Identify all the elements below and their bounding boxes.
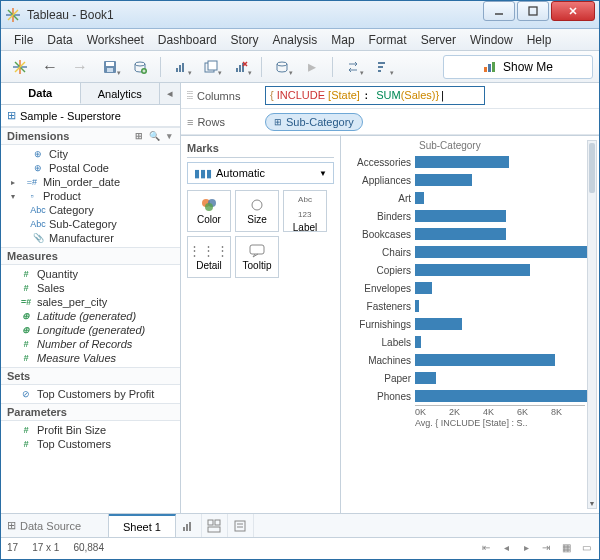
svg-point-22 xyxy=(277,62,287,66)
sheet-tab-label: Sheet 1 xyxy=(123,521,161,533)
menu-window[interactable]: Window xyxy=(463,31,520,49)
bar[interactable] xyxy=(415,282,432,294)
new-worksheet-button[interactable] xyxy=(168,55,194,79)
measure-item[interactable]: ⊕Latitude (generated) xyxy=(1,309,180,323)
dimension-item[interactable]: ⊕Postal Code xyxy=(1,161,180,175)
svg-rect-23 xyxy=(378,62,385,64)
datasource-tab[interactable]: ⊞Data Source xyxy=(1,514,109,537)
bar[interactable] xyxy=(415,336,421,348)
marks-detail-button[interactable]: ⋮⋮⋮Detail xyxy=(187,236,231,278)
rows-pill-subcategory[interactable]: ⊞Sub-Category xyxy=(265,113,363,131)
dimension-item[interactable]: ⊕City xyxy=(1,147,180,161)
dimensions-tools[interactable]: ⊞ 🔍 ▾ xyxy=(135,131,174,141)
number-icon: # xyxy=(19,339,33,349)
clear-sheet-button[interactable] xyxy=(228,55,254,79)
mark-cell-label: Size xyxy=(247,214,266,225)
dimension-item[interactable]: AbcSub-Category xyxy=(1,217,180,231)
bar[interactable] xyxy=(415,192,424,204)
measure-item[interactable]: #Sales xyxy=(1,281,180,295)
columns-formula-field[interactable]: { INCLUDE [State] : SUM(Sales)}| xyxy=(265,86,485,105)
nav-next-icon[interactable]: ▸ xyxy=(519,542,533,553)
save-button[interactable] xyxy=(97,55,123,79)
detail-icon: ⋮⋮⋮ xyxy=(188,243,230,258)
status-agg: 60,884 xyxy=(73,542,104,553)
bar[interactable] xyxy=(415,210,506,222)
back-button[interactable]: ← xyxy=(37,55,63,79)
tab-data[interactable]: Data xyxy=(1,83,81,104)
datapane-menu-icon[interactable]: ◂ xyxy=(160,83,180,104)
tab-analytics[interactable]: Analytics xyxy=(81,83,161,104)
bar[interactable] xyxy=(415,246,587,258)
forward-button[interactable]: → xyxy=(67,55,93,79)
set-item[interactable]: ⊘Top Customers by Profit xyxy=(1,387,180,401)
bar[interactable] xyxy=(415,156,509,168)
vertical-scrollbar[interactable]: ▲ ▼ xyxy=(587,140,597,509)
new-dashboard-tab-button[interactable] xyxy=(202,514,228,537)
nav-prev-icon[interactable]: ◂ xyxy=(499,542,513,553)
scroll-down-icon[interactable]: ▼ xyxy=(588,498,596,508)
menu-analysis[interactable]: Analysis xyxy=(266,31,325,49)
measure-item[interactable]: #Quantity xyxy=(1,267,180,281)
show-me-button[interactable]: Show Me xyxy=(443,55,593,79)
menu-help[interactable]: Help xyxy=(520,31,559,49)
view-presentation-icon[interactable]: ▭ xyxy=(579,542,593,553)
marks-size-button[interactable]: Size xyxy=(235,190,279,232)
measure-item[interactable]: #Measure Values xyxy=(1,351,180,365)
menu-map[interactable]: Map xyxy=(324,31,361,49)
close-button[interactable] xyxy=(551,1,595,21)
bar-row: Copiers xyxy=(345,261,585,279)
rows-shelf[interactable]: ≡Rows ⊞Sub-Category xyxy=(181,109,599,135)
bar[interactable] xyxy=(415,390,587,402)
menu-data[interactable]: Data xyxy=(40,31,79,49)
bar[interactable] xyxy=(415,318,462,330)
marks-label-button[interactable]: Abc123Label xyxy=(283,190,327,232)
menu-server[interactable]: Server xyxy=(414,31,463,49)
datasource-item[interactable]: ⊞ Sample - Superstore xyxy=(1,105,180,127)
bar[interactable] xyxy=(415,372,436,384)
columns-shelf[interactable]: ⦙⦙⦙Columns { INCLUDE [State] : SUM(Sales… xyxy=(181,83,599,109)
nav-first-icon[interactable]: ⇤ xyxy=(479,542,493,553)
menu-format[interactable]: Format xyxy=(362,31,414,49)
menu-dashboard[interactable]: Dashboard xyxy=(151,31,224,49)
tableau-logo-icon[interactable] xyxy=(7,55,33,79)
new-story-tab-button[interactable] xyxy=(228,514,254,537)
bar[interactable] xyxy=(415,354,555,366)
bar[interactable] xyxy=(415,228,506,240)
swap-axes-button[interactable] xyxy=(340,55,366,79)
nav-last-icon[interactable]: ⇥ xyxy=(539,542,553,553)
marks-tooltip-button[interactable]: Tooltip xyxy=(235,236,279,278)
minimize-button[interactable] xyxy=(483,1,515,21)
measure-item[interactable]: #Number of Records xyxy=(1,337,180,351)
measure-item[interactable]: =#sales_per_city xyxy=(1,295,180,309)
menu-file[interactable]: File xyxy=(7,31,40,49)
menu-worksheet[interactable]: Worksheet xyxy=(80,31,151,49)
bar[interactable] xyxy=(415,174,472,186)
parameter-item[interactable]: #Top Customers xyxy=(1,437,180,451)
measure-item[interactable]: ⊕Longitude (generated) xyxy=(1,323,180,337)
scroll-thumb[interactable] xyxy=(589,143,595,193)
maximize-button[interactable] xyxy=(517,1,549,21)
new-datasource-button[interactable] xyxy=(127,55,153,79)
dimension-item[interactable]: ▾▫Product xyxy=(1,189,180,203)
bar[interactable] xyxy=(415,264,530,276)
sort-button[interactable] xyxy=(370,55,396,79)
svg-point-31 xyxy=(205,203,213,211)
menu-story[interactable]: Story xyxy=(224,31,266,49)
datasource-label: Sample - Superstore xyxy=(20,110,121,122)
abc-icon: Abc xyxy=(31,205,45,215)
marks-type-selector[interactable]: ▮▮▮Automatic ▼ xyxy=(187,162,334,184)
duplicate-sheet-button[interactable] xyxy=(198,55,224,79)
view-grid-icon[interactable]: ▦ xyxy=(559,542,573,553)
run-update-button[interactable]: ▸ xyxy=(299,55,325,79)
marks-card: Marks ▮▮▮Automatic ▼ ColorSizeAbc123Labe… xyxy=(181,136,341,513)
marks-color-button[interactable]: Color xyxy=(187,190,231,232)
dimension-item[interactable]: 📎Manufacturer xyxy=(1,231,180,245)
sheet-tab[interactable]: Sheet 1 xyxy=(109,514,176,537)
auto-update-button[interactable] xyxy=(269,55,295,79)
bar[interactable] xyxy=(415,300,419,312)
dimension-item[interactable]: AbcCategory xyxy=(1,203,180,217)
dimension-item[interactable]: ▸=#Min_order_date xyxy=(1,175,180,189)
new-worksheet-tab-button[interactable] xyxy=(176,514,202,537)
svg-rect-18 xyxy=(208,61,217,70)
parameter-item[interactable]: #Profit Bin Size xyxy=(1,423,180,437)
